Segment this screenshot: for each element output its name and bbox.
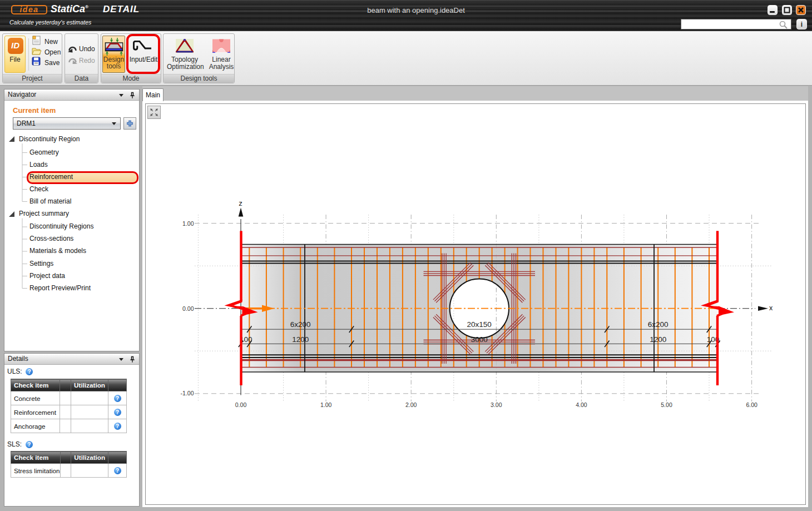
svg-text:-1.00: -1.00 <box>181 390 194 396</box>
svg-text:2.00: 2.00 <box>405 401 417 408</box>
svg-text:1.00: 1.00 <box>182 220 194 227</box>
svg-text:1200: 1200 <box>292 335 309 344</box>
svg-text:5.00: 5.00 <box>661 401 672 408</box>
svg-text:3000: 3000 <box>471 335 488 344</box>
svg-text:6x200: 6x200 <box>290 320 311 329</box>
svg-text:0.00: 0.00 <box>235 401 247 408</box>
svg-text:0.00: 0.00 <box>182 305 194 312</box>
svg-text:1200: 1200 <box>650 335 666 344</box>
svg-text:6.00: 6.00 <box>746 401 757 408</box>
svg-text:20x150: 20x150 <box>467 320 492 329</box>
svg-text:4.00: 4.00 <box>576 401 587 408</box>
svg-text:6x200: 6x200 <box>648 320 669 329</box>
svg-text:1.00: 1.00 <box>320 401 332 408</box>
svg-text:z: z <box>239 199 242 207</box>
svg-text:3.00: 3.00 <box>491 401 502 408</box>
svg-text:x: x <box>769 304 773 312</box>
